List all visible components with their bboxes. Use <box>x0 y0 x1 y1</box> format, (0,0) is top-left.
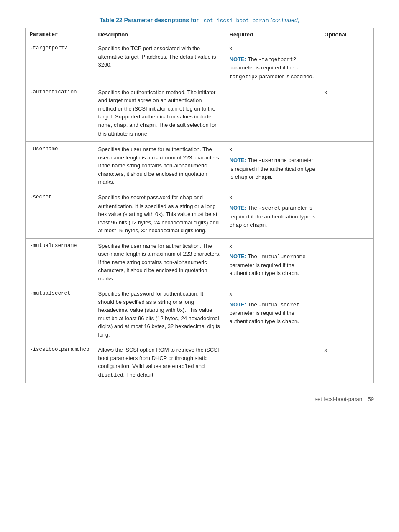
table-suffix: (continued) <box>270 17 299 23</box>
param-cell: -targetport2 <box>26 41 94 85</box>
table-label: Table 22 Parameter descriptions for <box>100 17 199 23</box>
optional-cell <box>320 142 373 190</box>
required-cell: xNOTE: The -username parameter is requir… <box>225 142 320 190</box>
required-cell <box>225 85 320 142</box>
param-cell: -username <box>26 142 94 190</box>
header-optional: Optional <box>320 28 373 41</box>
optional-cell <box>320 286 373 342</box>
table-row: -mutualusernameSpecifies the user name f… <box>26 238 374 286</box>
required-cell <box>225 342 320 383</box>
table-code: -set iscsi-boot-param <box>200 18 269 24</box>
table-row: -mutualsecretSpecifies the password for … <box>26 286 374 342</box>
optional-cell: x <box>320 342 373 383</box>
table-header-row: Parameter Description Required Optional <box>26 28 374 41</box>
desc-cell: Specifies the user name for authenticati… <box>94 142 225 190</box>
header-required: Required <box>225 28 320 41</box>
desc-cell: Specifies the authentication method. The… <box>94 85 225 142</box>
optional-cell <box>320 238 373 286</box>
optional-cell <box>320 41 373 85</box>
page-number: 59 <box>368 396 374 402</box>
table-row: -usernameSpecifies the user name for aut… <box>26 142 374 190</box>
header-description: Description <box>94 28 225 41</box>
required-cell: xNOTE: The -mutualsecret parameter is re… <box>225 286 320 342</box>
table-row: -secretSpecifies the secret password for… <box>26 190 374 238</box>
desc-cell: Specifies the TCP port associated with t… <box>94 41 225 85</box>
param-cell: -iscsibootparamdhcp <box>26 342 94 383</box>
footer-text: set iscsi-boot-param <box>315 396 363 402</box>
page-title: Table 22 Parameter descriptions for -set… <box>25 17 374 24</box>
param-cell: -authentication <box>26 85 94 142</box>
required-cell: xNOTE: The -mutualusername parameter is … <box>225 238 320 286</box>
optional-cell <box>320 190 373 238</box>
param-table: Parameter Description Required Optional … <box>25 28 374 383</box>
optional-cell: x <box>320 85 373 142</box>
table-row: -iscsibootparamdhcpAllows the iSCSI opti… <box>26 342 374 383</box>
header-parameter: Parameter <box>26 28 94 41</box>
required-cell: xNOTE: The -secret parameter is required… <box>225 190 320 238</box>
page-footer: set iscsi-boot-param 59 <box>25 396 374 402</box>
desc-cell: Allows the iSCSI option ROM to retrieve … <box>94 342 225 383</box>
desc-cell: Specifies the user name for authenticati… <box>94 238 225 286</box>
param-cell: -mutualusername <box>26 238 94 286</box>
param-cell: -mutualsecret <box>26 286 94 342</box>
desc-cell: Specifies the password for authenticatio… <box>94 286 225 342</box>
table-row: -targetport2Specifies the TCP port assoc… <box>26 41 374 85</box>
param-cell: -secret <box>26 190 94 238</box>
desc-cell: Specifies the secret password for chap a… <box>94 190 225 238</box>
required-cell: xNOTE: The -targetport2 parameter is req… <box>225 41 320 85</box>
table-row: -authenticationSpecifies the authenticat… <box>26 85 374 142</box>
